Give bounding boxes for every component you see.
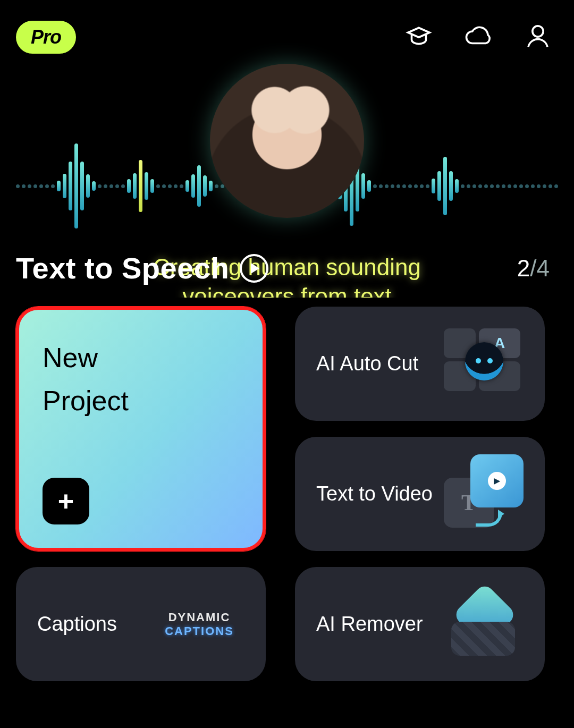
text-to-video-icon: T: [444, 454, 524, 534]
plus-icon: +: [43, 478, 89, 524]
captions-label: Captions: [37, 613, 117, 636]
pager: 2/4: [517, 255, 550, 282]
ai-remover-icon: [444, 585, 524, 664]
ai-remover-label: AI Remover: [316, 613, 423, 636]
ai-remover-tile[interactable]: AI Remover: [295, 567, 545, 681]
section-title: Text to Speech: [16, 251, 229, 285]
play-icon[interactable]: [240, 254, 268, 283]
ai-auto-cut-label: AI Auto Cut: [316, 352, 418, 375]
text-to-video-tile[interactable]: Text to Video T: [295, 437, 545, 551]
new-project-tile[interactable]: New Project +: [16, 307, 266, 551]
new-project-label: New Project: [43, 336, 239, 422]
ai-auto-cut-icon: A: [444, 324, 524, 404]
avatar-image: [210, 64, 364, 218]
text-to-video-label: Text to Video: [316, 482, 433, 505]
svg-point-0: [533, 26, 543, 37]
section-title-row: Text to Speech 2/4: [16, 251, 558, 285]
captions-tile[interactable]: Captions DYNAMIC CAPTIONS: [16, 567, 266, 681]
ai-auto-cut-tile[interactable]: AI Auto Cut A: [295, 307, 545, 421]
dynamic-captions-icon: DYNAMIC CAPTIONS: [154, 611, 244, 638]
